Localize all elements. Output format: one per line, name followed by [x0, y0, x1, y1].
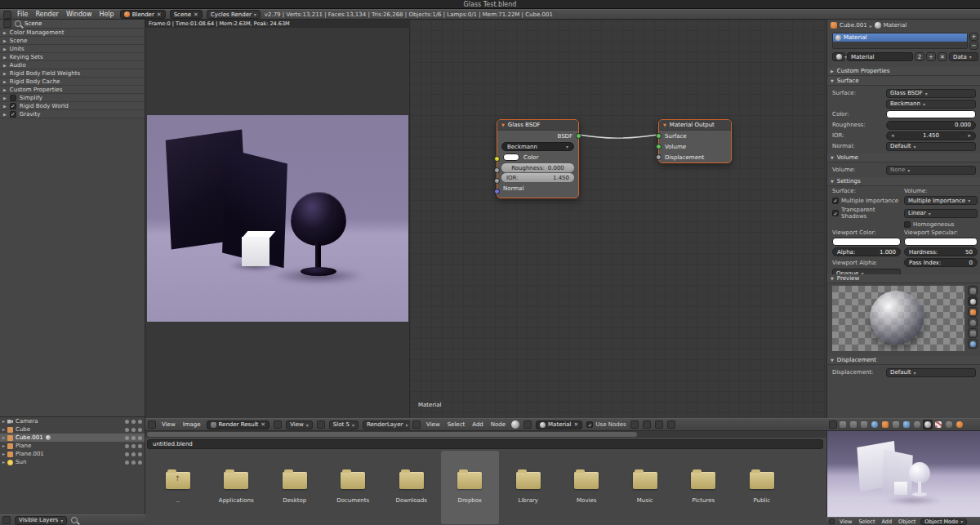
- cursor-icon[interactable]: [131, 460, 136, 465]
- pass-index-slider[interactable]: Pass Index: 0: [904, 258, 978, 267]
- panel-section[interactable]: Audio: [0, 61, 145, 69]
- expand-icon[interactable]: [3, 70, 7, 77]
- cursor-icon[interactable]: [131, 436, 136, 440]
- expand-icon[interactable]: [2, 443, 5, 449]
- search-icon[interactable]: [15, 20, 21, 27]
- cursor-icon[interactable]: [131, 452, 136, 456]
- panel-section[interactable]: Custom Properties: [0, 86, 145, 94]
- folder-item[interactable]: Downloads: [382, 451, 441, 524]
- eye-icon[interactable]: [125, 460, 129, 465]
- folder-item[interactable]: Music: [616, 451, 675, 524]
- homogeneous-option[interactable]: Homogeneous: [904, 221, 978, 228]
- menu-add[interactable]: Add: [470, 421, 485, 428]
- panel-section[interactable]: Color Management: [0, 29, 145, 37]
- displacement-dropdown[interactable]: Default: [886, 368, 976, 377]
- preview-sphere-button[interactable]: [968, 296, 978, 306]
- eye-icon[interactable]: [125, 452, 129, 456]
- close-icon[interactable]: ✕: [261, 421, 265, 428]
- expand-icon[interactable]: [3, 95, 7, 101]
- expand-icon[interactable]: [3, 29, 7, 36]
- titlebar[interactable]: Glass Test.blend: [0, 0, 980, 9]
- expand-icon[interactable]: [3, 54, 7, 60]
- folder-item[interactable]: Pictures: [675, 451, 733, 524]
- eye-icon[interactable]: [125, 436, 129, 440]
- image-editor-icon[interactable]: [148, 420, 156, 429]
- menu-select[interactable]: Select: [446, 421, 467, 428]
- ior-slider[interactable]: IOR: 1.450: [501, 173, 574, 182]
- menu-help[interactable]: Help: [97, 11, 115, 18]
- filename-field[interactable]: untitled.blend: [147, 439, 823, 449]
- menu-add[interactable]: Add: [880, 518, 894, 525]
- slot-dropdown[interactable]: Slot 5: [329, 420, 359, 429]
- data-tab-icon[interactable]: [912, 420, 922, 429]
- remove-slot-button[interactable]: −: [969, 42, 978, 50]
- panel-section[interactable]: Simplify: [0, 94, 145, 102]
- breadcrumb-material[interactable]: Material: [884, 22, 906, 29]
- constraints-tab-icon[interactable]: [891, 420, 901, 429]
- object-tab-icon[interactable]: [880, 420, 890, 429]
- decrement-icon[interactable]: ◂: [891, 132, 894, 139]
- render-layers-tab-icon[interactable]: [849, 420, 858, 429]
- menu-node[interactable]: Node: [489, 421, 507, 428]
- cursor-icon[interactable]: [131, 420, 136, 424]
- shader-type-icon[interactable]: [511, 420, 519, 429]
- color-swatch[interactable]: [503, 153, 519, 161]
- expand-icon[interactable]: [2, 451, 5, 457]
- folder-item[interactable]: Desktop: [265, 451, 324, 524]
- panel-section[interactable]: Gravity: [0, 110, 145, 118]
- panel-section[interactable]: Scene: [0, 37, 145, 45]
- render-layer-dropdown[interactable]: RenderLayer: [363, 420, 412, 429]
- hardness-slider[interactable]: Hardness: 50: [904, 247, 978, 256]
- roughness-input-socket[interactable]: [494, 167, 500, 173]
- material-name-field[interactable]: Material: [847, 52, 913, 61]
- close-icon[interactable]: ✕: [194, 11, 198, 18]
- expand-icon[interactable]: [2, 459, 5, 465]
- close-icon[interactable]: ✕: [157, 11, 162, 18]
- file-browser-scrollbar[interactable]: [145, 431, 826, 438]
- transparent-shadows-option[interactable]: Transparent Shadows: [832, 207, 901, 220]
- panel-section[interactable]: Rigid Body Field Weights: [0, 69, 145, 78]
- pin-icon[interactable]: [630, 420, 639, 429]
- collapse-icon[interactable]: [663, 122, 666, 128]
- render-restrict-icon[interactable]: [138, 444, 142, 448]
- outliner-editor-icon[interactable]: [2, 516, 11, 524]
- folder-item[interactable]: Applications: [207, 451, 266, 524]
- expand-icon[interactable]: [3, 38, 7, 44]
- preview-flat-button[interactable]: [968, 286, 978, 296]
- glass-bsdf-node[interactable]: Glass BSDF BSDF Beckmann Color Roughness…: [497, 119, 579, 198]
- ior-input-socket[interactable]: [494, 178, 500, 184]
- volume-input-socket[interactable]: [656, 144, 662, 149]
- preview-cube-button[interactable]: [968, 307, 978, 317]
- scrollbar-handle[interactable]: [147, 432, 637, 437]
- expand-icon[interactable]: [2, 426, 5, 433]
- expand-icon[interactable]: [3, 87, 7, 93]
- object-shader-icon[interactable]: [523, 420, 532, 429]
- screen-layout-selector[interactable]: Blender ✕: [120, 10, 166, 19]
- render-restrict-icon[interactable]: [138, 428, 142, 432]
- rendered-image[interactable]: [147, 115, 408, 322]
- volume-panel-header[interactable]: Volume: [827, 153, 980, 162]
- browse-material-dropdown[interactable]: [832, 52, 845, 61]
- eye-icon[interactable]: [125, 428, 129, 432]
- menu-select[interactable]: Select: [857, 518, 876, 525]
- displacement-input-socket[interactable]: [656, 154, 662, 160]
- preview-panel-header[interactable]: Preview: [827, 274, 980, 283]
- folder-item-selected[interactable]: Dropbox: [441, 451, 500, 524]
- preview-hair-button[interactable]: [968, 328, 978, 338]
- alpha-slider[interactable]: Alpha: 1.000: [832, 247, 901, 256]
- expand-icon[interactable]: [3, 78, 7, 85]
- outliner-item[interactable]: Cube: [0, 425, 145, 434]
- cursor-icon[interactable]: [131, 428, 136, 432]
- gravity-checkbox[interactable]: [10, 111, 16, 118]
- particles-tab-icon[interactable]: [944, 420, 954, 429]
- roughness-slider[interactable]: 0.000: [886, 121, 976, 130]
- preview-world-button[interactable]: [968, 339, 978, 349]
- render-tab-icon[interactable]: [838, 420, 848, 429]
- users-count-button[interactable]: 2: [915, 52, 924, 61]
- outliner-item[interactable]: Sun: [0, 458, 145, 466]
- rigid-body-world-checkbox[interactable]: [10, 103, 16, 109]
- expand-icon[interactable]: [3, 103, 7, 109]
- panel-section[interactable]: Rigid Body Cache: [0, 78, 145, 86]
- outliner-item[interactable]: Plane.001: [0, 450, 145, 458]
- color-swatch[interactable]: [886, 110, 976, 118]
